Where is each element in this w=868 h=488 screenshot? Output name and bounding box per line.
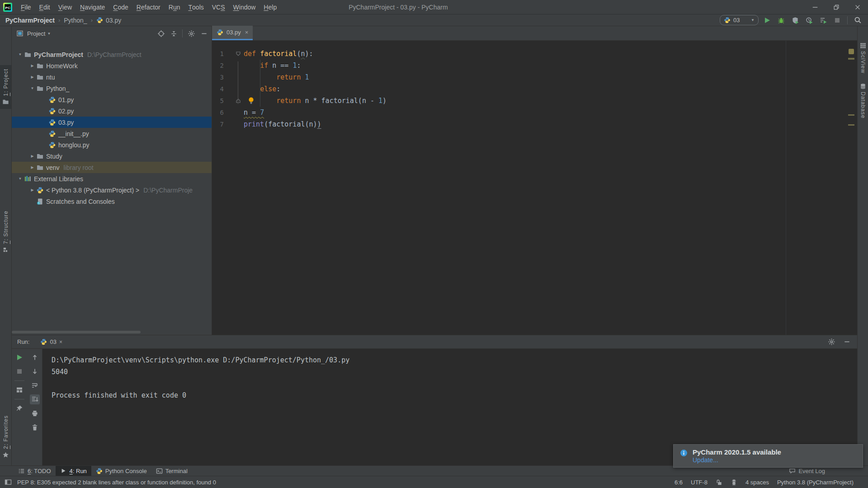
tree-expand-icon[interactable]: ▶: [28, 154, 36, 158]
layout-button[interactable]: [14, 385, 24, 395]
tree-item-03-py[interactable]: 03.py: [12, 117, 212, 128]
stripe-tab-2-favorites[interactable]: 2: Favorites: [0, 412, 11, 462]
warning-stripe-mark[interactable]: [848, 58, 854, 60]
menu-vcs[interactable]: VCS: [208, 0, 229, 14]
run-button[interactable]: [763, 16, 771, 24]
menu-file[interactable]: File: [17, 0, 35, 14]
menu-edit[interactable]: Edit: [35, 0, 54, 14]
debug-button[interactable]: [777, 16, 785, 24]
line-number: 6: [212, 107, 224, 118]
clear-button[interactable]: [30, 422, 40, 432]
menu-window[interactable]: Window: [229, 0, 260, 14]
settings-button[interactable]: [187, 29, 195, 38]
editor-tab-label: 03.py: [226, 29, 241, 36]
rerun-button[interactable]: [14, 352, 24, 362]
restore-button[interactable]: [826, 0, 847, 14]
tree-item-01-py[interactable]: 01.py: [12, 94, 212, 105]
run-tab-03[interactable]: 03 ×: [40, 338, 62, 345]
project-horizontal-scrollbar[interactable]: [12, 331, 141, 333]
stripe-tab-database[interactable]: Database: [858, 80, 868, 122]
scrollend-button[interactable]: [30, 394, 40, 404]
settings-button[interactable]: [827, 338, 835, 346]
code-editor[interactable]: 1234567 def factorial(n): if n == 1: ret…: [212, 41, 857, 335]
fold-region-end-icon[interactable]: [236, 98, 241, 103]
hide-button[interactable]: [843, 338, 851, 346]
stripe-tab-1-project[interactable]: 1: Project: [0, 65, 11, 109]
breadcrumb-item[interactable]: PyCharmProject: [5, 17, 55, 24]
close-run-tab-icon[interactable]: ×: [59, 339, 62, 345]
tree-item-study[interactable]: ▶Study: [12, 150, 212, 162]
event-log-button[interactable]: Event Log: [789, 468, 825, 474]
stop-button[interactable]: [833, 16, 841, 24]
stop-grey-button[interactable]: [14, 366, 24, 376]
close-button[interactable]: [847, 0, 868, 14]
minimize-button[interactable]: [804, 0, 826, 14]
print-button[interactable]: [30, 408, 40, 418]
editor-tab-03py[interactable]: 03.py ×: [212, 26, 253, 40]
up-button[interactable]: [30, 352, 40, 362]
profiler-button[interactable]: [805, 16, 813, 24]
run-configuration-select[interactable]: 03 ▼: [720, 15, 759, 25]
intention-bulb-icon[interactable]: [247, 97, 255, 104]
menu-tools[interactable]: Tools: [184, 0, 208, 14]
tree-item-python-[interactable]: ▼Python_: [12, 83, 212, 94]
softwrap-button[interactable]: [30, 380, 40, 390]
tree-item-venv[interactable]: ▶venvlibrary root: [12, 162, 212, 173]
down-button[interactable]: [30, 366, 40, 376]
warning-stripe-mark[interactable]: [848, 114, 854, 116]
tree-item-external-libraries[interactable]: ▼External Libraries: [12, 173, 212, 184]
tree-item-homework[interactable]: ▶HomeWork: [12, 60, 212, 71]
stripe-tab-sciview[interactable]: SciView: [858, 39, 868, 77]
menu-run[interactable]: Run: [165, 0, 184, 14]
toolwindow-tab-6-todo[interactable]: 6: TODO: [14, 466, 56, 476]
tree-item--python-3-8-pycharmproject-[interactable]: ▶< Python 3.8 (PyCharmProject) >D:\PyCha…: [12, 184, 212, 196]
run-configurations-button[interactable]: [819, 16, 827, 24]
locate-button[interactable]: [157, 29, 165, 38]
tree-item--init-py[interactable]: __init__.py: [12, 128, 212, 139]
pin-button[interactable]: [14, 404, 24, 413]
console-line: D:\PyCharmProject\venv\Scripts\python.ex…: [52, 354, 857, 366]
breadcrumb-separator: ›: [90, 17, 94, 23]
menu-navigate[interactable]: Navigate: [76, 0, 109, 14]
menu-view[interactable]: View: [54, 0, 76, 14]
hide-button[interactable]: [200, 29, 208, 38]
breadcrumb-item[interactable]: 03.py: [106, 17, 121, 24]
caret-position[interactable]: 6:6: [675, 479, 683, 486]
tool-window-toggle-icon[interactable]: [5, 479, 12, 486]
update-link[interactable]: Update...: [693, 456, 781, 464]
tree-expand-icon[interactable]: ▶: [28, 75, 36, 79]
indent-setting[interactable]: 4 spaces: [745, 479, 769, 486]
close-tab-icon[interactable]: ×: [245, 29, 249, 36]
collapse-all-button[interactable]: [170, 29, 178, 38]
tree-expand-icon[interactable]: ▼: [16, 52, 24, 56]
search-button[interactable]: [854, 16, 862, 24]
warning-stripe-mark[interactable]: [848, 124, 854, 126]
toolwindow-tab-4-run[interactable]: 4: Run: [56, 466, 91, 476]
tree-item-pycharmproject[interactable]: ▼PyCharmProjectD:\PyCharmProject: [12, 49, 212, 60]
interpreter-setting[interactable]: Python 3.8 (PyCharmProject): [777, 479, 854, 486]
lock-icon[interactable]: [716, 479, 722, 486]
fold-guide-line: [238, 61, 238, 104]
tree-expand-icon[interactable]: ▼: [28, 86, 36, 90]
stripe-tab-7-structure[interactable]: 7: Structure: [0, 207, 11, 257]
toolwindow-tab-terminal[interactable]: Terminal: [151, 466, 192, 476]
coverage-button[interactable]: [791, 16, 799, 24]
tree-expand-icon[interactable]: ▶: [28, 64, 36, 68]
fold-region-start-icon[interactable]: [236, 51, 241, 56]
tree-item-02-py[interactable]: 02.py: [12, 105, 212, 117]
menu-refactor[interactable]: Refactor: [132, 0, 165, 14]
tree-expand-icon[interactable]: ▼: [16, 177, 24, 181]
inspections-profile-icon[interactable]: [731, 479, 737, 486]
toolwindow-tab-python-console[interactable]: Python Console: [91, 466, 151, 476]
tree-expand-icon[interactable]: ▶: [28, 188, 36, 192]
file-encoding[interactable]: UTF-8: [691, 479, 708, 486]
tree-item-scratches-and-consoles[interactable]: Scratches and Consoles: [12, 196, 212, 207]
menu-code[interactable]: Code: [109, 0, 132, 14]
tree-expand-icon[interactable]: ▶: [28, 165, 36, 169]
menu-help[interactable]: Help: [259, 0, 281, 14]
breadcrumb-item[interactable]: Python_: [64, 17, 87, 24]
tree-item-ntu[interactable]: ▶ntu: [12, 71, 212, 83]
tree-item-honglou-py[interactable]: honglou.py: [12, 139, 212, 150]
inspections-indicator[interactable]: [849, 49, 854, 54]
project-panel-title[interactable]: Project: [27, 30, 45, 37]
